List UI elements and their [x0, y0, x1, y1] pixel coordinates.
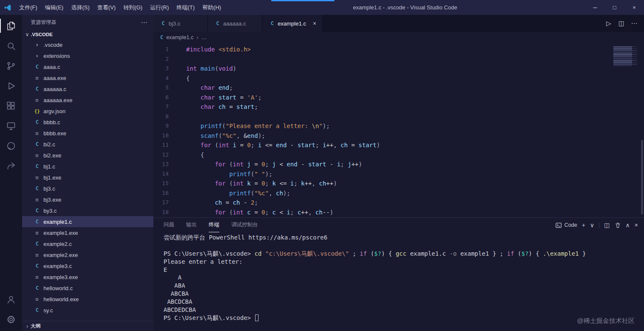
menu-view[interactable]: 查看(V) — [93, 0, 119, 15]
folder-section-header[interactable]: ∨ .VSCODE — [22, 30, 153, 39]
remote-explorer-icon[interactable] — [0, 116, 22, 136]
panel-tab-debug-console[interactable]: 调试控制台 — [231, 218, 258, 232]
split-editor-icon[interactable]: ◫ — [615, 20, 628, 27]
run-and-debug-icon[interactable] — [0, 76, 22, 96]
settings-gear-icon[interactable] — [0, 309, 22, 329]
file-item-bi2.exe[interactable]: ≡bi2.exe — [22, 150, 153, 161]
tab-label: bj3.c — [169, 20, 180, 27]
c-file-icon: C — [214, 20, 221, 26]
code-editor[interactable]: 1#include <stdio.h>23int main(void)4{5 c… — [153, 43, 644, 217]
terminal-line: A — [164, 274, 644, 282]
tab-bj3.c[interactable]: Cbj3.c — [153, 15, 208, 32]
file-item-helloworld.exe[interactable]: ≡helloworld.exe — [22, 294, 153, 305]
close-window-icon[interactable]: × — [624, 0, 644, 15]
explorer-icon[interactable] — [0, 16, 22, 36]
panel-tab-terminal[interactable]: 终端 — [209, 218, 219, 232]
file-item-aaaa.c[interactable]: Caaaa.c — [22, 61, 153, 72]
more-actions-icon[interactable]: ⋯ — [141, 19, 147, 26]
code-text: { — [178, 74, 190, 83]
file-item-bi2.c[interactable]: Cbi2.c — [22, 139, 153, 150]
file-item-example2.exe[interactable]: ≡example2.exe — [22, 249, 153, 260]
outline-section[interactable]: › 大纲 — [22, 321, 153, 331]
chevron-right-icon: › — [196, 34, 198, 40]
line-number: 17 — [153, 198, 178, 208]
source-control-icon[interactable] — [0, 56, 22, 76]
panel-tab-output[interactable]: 输出 — [186, 218, 197, 232]
panel-actions-separator — [599, 222, 599, 228]
file-item-aaaaaa.c[interactable]: Caaaaaa.c — [22, 83, 153, 94]
split-terminal-icon[interactable]: ◫ — [604, 222, 610, 228]
file-item-label: aaaa.exe — [43, 75, 66, 81]
breadcrumb[interactable]: C example1.c › … — [153, 32, 644, 43]
close-panel-icon[interactable]: × — [635, 222, 638, 228]
file-item-bbbb.exe[interactable]: ≡bbbb.exe — [22, 128, 153, 139]
more-actions-icon[interactable]: ⋯ — [628, 20, 641, 27]
minimap[interactable] — [613, 46, 637, 66]
vscode-logo-icon — [0, 4, 15, 11]
account-icon[interactable] — [0, 289, 22, 309]
file-item-sy.c[interactable]: Csy.c — [22, 305, 153, 316]
search-icon[interactable] — [0, 36, 22, 56]
file-item-.vscode[interactable]: ›.vscode — [22, 39, 153, 50]
close-tab-icon[interactable]: × — [313, 20, 316, 27]
editor-scrollbar[interactable] — [641, 140, 643, 214]
menu-run[interactable]: 运行(R) — [146, 0, 172, 15]
exe-file-icon: ≡ — [33, 274, 41, 280]
maximize-panel-icon[interactable]: ∧ — [626, 222, 630, 228]
line-number: 16 — [153, 188, 178, 198]
file-item-label: aaaaaa.exe — [43, 97, 72, 103]
panel-tab-problems[interactable]: 问题 — [164, 218, 174, 232]
terminal-line: Please enter a letter: — [164, 258, 644, 266]
tab-example1.c[interactable]: Cexample1.c× — [262, 15, 323, 32]
file-item-aaaaaa.exe[interactable]: ≡aaaaaa.exe — [22, 94, 153, 106]
menu-edit[interactable]: 编辑(E) — [41, 0, 67, 15]
file-item-label: bi2.exe — [43, 152, 61, 159]
code-line: 12 { — [153, 150, 644, 160]
file-item-example2.c[interactable]: Cexample2.c — [22, 238, 153, 249]
file-item-bj3.c[interactable]: Cbj3.c — [22, 183, 153, 194]
file-item-label: bj1.exe — [43, 174, 61, 181]
file-item-label: helloworld.c — [43, 285, 73, 291]
kill-terminal-icon[interactable] — [615, 222, 621, 228]
file-item-bj1.exe[interactable]: ≡bj1.exe — [22, 172, 153, 183]
file-item-example3.c[interactable]: Cexample3.c — [22, 260, 153, 271]
menu-file[interactable]: 文件(F) — [15, 0, 41, 15]
extensions-icon[interactable] — [0, 96, 22, 116]
terminal-profile-label: Code — [564, 222, 577, 228]
file-item-aaaa.exe[interactable]: ≡aaaa.exe — [22, 72, 153, 83]
live-share-icon[interactable] — [0, 156, 22, 176]
code-line: 18 for (int c = 0; c < i; c++, ch--) — [153, 208, 644, 217]
file-item-example1.c[interactable]: Cexample1.c — [22, 216, 153, 227]
code-text: char end; — [178, 83, 233, 93]
run-file-icon[interactable]: ▷ — [602, 20, 615, 27]
tab-aaaaaa.c[interactable]: Caaaaaa.c — [208, 15, 262, 32]
terminal-profile[interactable]: Code — [555, 222, 577, 228]
file-item-example3.exe[interactable]: ≡example3.exe — [22, 271, 153, 282]
menu-selection[interactable]: 选择(S) — [67, 0, 93, 15]
file-item-by3.c[interactable]: Cby3.c — [22, 205, 153, 216]
github-icon[interactable] — [0, 136, 22, 156]
file-item-bj1.c[interactable]: Cbj1.c — [22, 161, 153, 172]
tabs: Cbj3.cCaaaaaa.cCexample1.c× — [153, 15, 323, 32]
code-line: 2 — [153, 54, 644, 64]
code-line: 14 printf(" "); — [153, 169, 644, 179]
code-line: 5 char end; — [153, 83, 644, 93]
maximize-icon[interactable]: □ — [605, 0, 624, 15]
folder-file-icon: › — [33, 52, 41, 59]
terminal-dropdown-icon[interactable]: ∨ — [590, 222, 594, 228]
file-item-example1.exe[interactable]: ≡example1.exe — [22, 227, 153, 238]
menu-help[interactable]: 帮助(H) — [198, 0, 225, 15]
file-item-bbbb.c[interactable]: Cbbbb.c — [22, 117, 153, 128]
terminal-output[interactable]: 尝试新的跨平台 PowerShell https://aka.ms/pscore… — [153, 232, 644, 331]
minimize-icon[interactable]: ─ — [585, 0, 605, 15]
new-terminal-icon[interactable]: + — [582, 222, 585, 228]
file-item-argv.json[interactable]: {}argv.json — [22, 106, 153, 117]
line-number: 4 — [153, 74, 178, 83]
exe-file-icon: ≡ — [33, 252, 41, 258]
file-item-bj3.exe[interactable]: ≡bj3.exe — [22, 194, 153, 205]
file-item-helloworld.c[interactable]: Chelloworld.c — [22, 282, 153, 294]
menu-terminal[interactable]: 终端(T) — [172, 0, 198, 15]
menu-go[interactable]: 转到(G) — [120, 0, 147, 15]
file-item-label: aaaa.c — [43, 64, 60, 70]
file-item-extensions[interactable]: ›extensions — [22, 50, 153, 61]
